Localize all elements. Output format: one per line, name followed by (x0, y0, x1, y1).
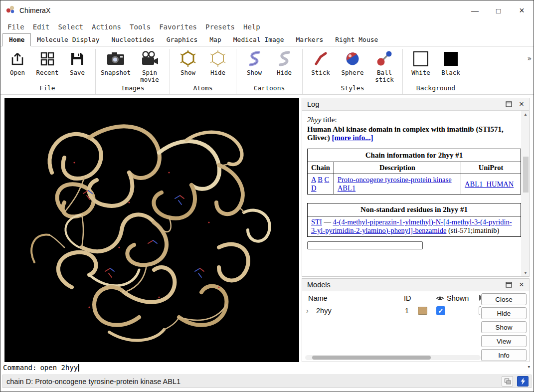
chain-description-link[interactable]: Proto-oncogene tyrosine-protein kinase A… (338, 176, 452, 192)
main-area: Log × 2hyy title: (0, 95, 534, 362)
select-checkbox[interactable] (479, 306, 481, 315)
models-scrollbar-thumb[interactable] (312, 356, 431, 360)
chain-table-row: A B C D Proto-oncogene tyrosine-protein … (308, 174, 521, 195)
chimerax-window: ChimeraX — □ × File Edit Select Actions … (0, 0, 534, 392)
menu-help[interactable]: Help (242, 22, 261, 32)
open-button[interactable]: Open (4, 49, 30, 76)
id-column-header: ID (404, 294, 411, 302)
tab-medical-image[interactable]: Medical Image (227, 34, 290, 46)
black-background-button[interactable]: Black (438, 49, 464, 76)
undock-icon[interactable] (505, 100, 513, 108)
atoms-hide-icon (209, 49, 226, 69)
menu-file[interactable]: File (6, 22, 25, 32)
scroll-up-icon[interactable]: ▲ (522, 111, 529, 118)
stick-icon (312, 49, 329, 69)
ribbon-tabbar: Home Molecule Display Nucleotides Graphi… (0, 33, 534, 46)
white-swatch-icon (412, 49, 429, 69)
model-show-button[interactable]: Show (481, 321, 527, 333)
chain-c-link[interactable]: C (325, 176, 330, 184)
menu-edit[interactable]: Edit (32, 22, 51, 32)
expand-chevron[interactable]: › (306, 307, 309, 315)
scroll-down-icon[interactable]: ▼ (522, 269, 529, 276)
more-info-link[interactable]: [more info...] (332, 134, 373, 142)
recent-button[interactable]: Recent (34, 49, 60, 76)
structure-title-line: 2hyy title: (307, 116, 520, 124)
residue-table-caption: Non-standard residues in 2hyy #1 (308, 203, 521, 216)
atoms-hide-button[interactable]: Hide (205, 49, 231, 76)
models-buttons-column: Close Hide Show View Info (481, 291, 529, 362)
model-info-button[interactable]: Info (481, 349, 527, 361)
model-color-swatch[interactable] (418, 307, 427, 315)
cartoons-hide-button[interactable]: Hide (271, 49, 297, 76)
layers-icon[interactable] (502, 376, 513, 387)
model-view-button[interactable]: View (481, 335, 527, 347)
snapshot-button[interactable]: Snapshot (101, 49, 131, 76)
lightning-icon[interactable] (517, 376, 529, 387)
chain-d-link[interactable]: D (311, 184, 316, 192)
residue-table-cell: STI — 4-(4-methyl-piperazin-1-ylmethyl)-… (308, 216, 521, 237)
undock-icon[interactable] (505, 281, 513, 289)
maximize-button[interactable]: □ (487, 0, 510, 20)
menu-tools[interactable]: Tools (129, 22, 152, 32)
partially-visible-log-block (307, 241, 423, 249)
command-line[interactable]: Command: open 2hyy ▾ (0, 362, 534, 373)
group-label-cartoons: Cartoons (241, 83, 297, 94)
ribbon-group-atoms: Show Hide Atoms (170, 49, 236, 94)
group-label-styles: Styles (308, 83, 397, 94)
spin-movie-button[interactable]: Spin movie (135, 49, 165, 84)
ribbon-group-file: Open Recent (3, 49, 96, 94)
model-close-button[interactable]: Close (481, 293, 527, 305)
close-button[interactable]: × (510, 0, 534, 20)
close-panel-icon[interactable]: × (518, 281, 526, 289)
white-background-button[interactable]: White (408, 49, 434, 76)
ribbon-overflow-button[interactable]: » (528, 54, 532, 62)
close-panel-icon[interactable]: × (518, 100, 526, 108)
log-scrollbar-thumb[interactable] (523, 157, 529, 193)
models-panel-titlebar[interactable]: Models × (302, 279, 529, 291)
models-horizontal-scrollbar[interactable] (305, 355, 481, 360)
model-id: 1 (405, 307, 409, 315)
tab-molecule-display[interactable]: Molecule Display (31, 34, 105, 46)
ball-stick-icon (376, 49, 393, 69)
log-scrollbar[interactable]: ▲ ▼ (522, 111, 529, 276)
chain-info-table: Chain information for 2hyy #1 Chain Desc… (307, 149, 521, 195)
command-history-chevron-icon[interactable]: ▾ (527, 364, 531, 370)
status-text: chain D: Proto-oncogene tyrosine-protein… (6, 378, 180, 386)
tab-nucleotides[interactable]: Nucleotides (106, 34, 161, 46)
right-panel-column: Log × 2hyy title: (302, 98, 530, 362)
cartoons-show-button[interactable]: Show (241, 49, 267, 76)
atoms-show-button[interactable]: Show (175, 49, 201, 76)
name-column-header: Name (308, 294, 328, 302)
ball-stick-style-button[interactable]: Ball stick (371, 49, 397, 84)
menu-favorites[interactable]: Favorites (158, 22, 198, 32)
tab-markers[interactable]: Markers (290, 34, 330, 46)
stick-style-button[interactable]: Stick (308, 49, 334, 76)
tab-right-mouse[interactable]: Right Mouse (329, 34, 384, 46)
app-icon (5, 5, 15, 16)
tab-graphics[interactable]: Graphics (161, 34, 204, 46)
menu-actions[interactable]: Actions (91, 22, 122, 32)
chain-b-link[interactable]: B (318, 176, 323, 184)
menu-select[interactable]: Select (57, 22, 84, 32)
ribbon-group-background: White Black Background (403, 49, 469, 94)
shown-checkbox[interactable]: ✓ (436, 306, 445, 315)
command-input[interactable]: open 2hyy (40, 364, 78, 372)
residue-sti-link[interactable]: STI (311, 218, 322, 226)
save-button[interactable]: Save (64, 49, 90, 76)
group-label-background: Background (408, 83, 464, 94)
open-icon (9, 49, 26, 69)
nonstandard-residues-table: Non-standard residues in 2hyy #1 STI — 4… (307, 203, 521, 237)
recent-icon (39, 49, 55, 69)
tab-home[interactable]: Home (2, 33, 31, 46)
model-hide-button[interactable]: Hide (481, 307, 527, 319)
log-panel-titlebar[interactable]: Log × (302, 98, 529, 111)
uniprot-link[interactable]: ABL1_HUMAN (465, 180, 514, 188)
menu-presets[interactable]: Presets (204, 22, 236, 32)
tab-map[interactable]: Map (203, 34, 227, 46)
graphics-viewport[interactable] (4, 98, 299, 362)
sphere-style-button[interactable]: Sphere (338, 49, 367, 76)
chain-a-link[interactable]: A (311, 176, 316, 184)
titlebar[interactable]: ChimeraX — □ × (0, 0, 534, 20)
model-name[interactable]: 2hyy (316, 307, 332, 315)
minimize-button[interactable]: — (463, 0, 487, 20)
